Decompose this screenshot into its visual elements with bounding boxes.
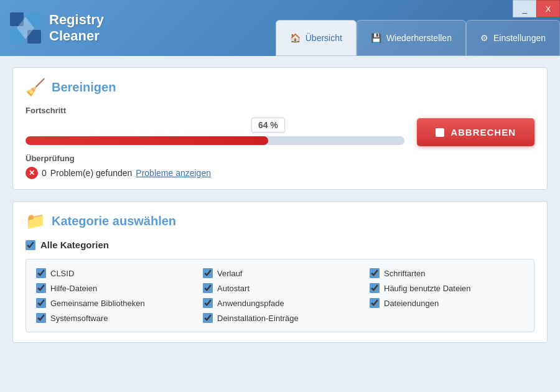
stop-icon	[436, 128, 444, 137]
progress-percent: 64 %	[251, 118, 285, 133]
label-anwendung: Anwendungspfade	[217, 299, 284, 308]
checkbox-dateiendungen[interactable]	[203, 268, 213, 278]
problems-text: Problem(e) gefunden	[50, 168, 133, 178]
label-haeufig: Häufig benutzte Dateien	[384, 284, 470, 293]
kategorie-title: Kategorie auswählen	[52, 214, 176, 228]
abort-button[interactable]: ABBRECHEN	[417, 118, 534, 146]
cat-item-deinstallation: Deinstallation-Einträge	[203, 313, 357, 323]
label-hilfe: Hilfe-Dateien	[50, 284, 97, 293]
checkbox-haeufig[interactable]	[370, 283, 380, 293]
checkbox-deinstallation[interactable]	[203, 313, 213, 323]
cat-item-autostart: Dateiendungen	[370, 298, 524, 308]
kategorie-header: 📁 Kategorie auswählen	[26, 212, 534, 231]
checkbox-hilfe[interactable]	[36, 283, 46, 293]
checkbox-gemeinsam[interactable]	[36, 298, 46, 308]
cat-item-haeufig: Häufig benutzte Dateien	[370, 283, 524, 293]
cat-item-schriftarten: Schriftarten	[370, 268, 524, 278]
window-controls: _ X	[513, 0, 560, 17]
logo-area: Registry Cleaner	[9, 12, 104, 45]
cat-item-hilfe: Hilfe-Dateien	[36, 283, 190, 293]
all-categories-row: Alle Kategorien	[26, 240, 534, 250]
main-content: 🧹 Bereinigen Fortschritt 64 % Überprüfun…	[0, 56, 560, 392]
app-title: Registry Cleaner	[49, 12, 104, 45]
uberpruefung-row: Überprüfung ✕ 0 Problem(e) gefunden Prob…	[26, 154, 404, 179]
settings-icon: ⚙	[480, 33, 488, 43]
problems-count: 0	[42, 168, 47, 178]
cat-item-systemsoftware: Systemsoftware	[36, 313, 190, 323]
title-bar: Registry Cleaner 🏠 Übersicht 💾 Wiederher…	[0, 0, 560, 56]
checkbox-schriftarten[interactable]	[370, 268, 380, 278]
tab-ubersicht[interactable]: 🏠 Übersicht	[276, 20, 357, 56]
label-deinstallation: Deinstallation-Einträge	[217, 314, 299, 323]
progress-label: Fortschritt	[26, 106, 404, 115]
cat-item-anwendung: Anwendungspfade	[203, 298, 357, 308]
bereinigen-section: 🧹 Bereinigen Fortschritt 64 % Überprüfun…	[12, 67, 548, 190]
minimize-button[interactable]: _	[513, 0, 536, 17]
label-schriftarten: Schriftarten	[384, 269, 425, 278]
close-button[interactable]: X	[536, 0, 560, 17]
problems-link[interactable]: Probleme anzeigen	[136, 168, 211, 178]
tab-einstellungen[interactable]: ⚙ Einstellungen	[466, 20, 560, 56]
cat-item-gemeinsam: Gemeinsame Bibliotheken	[36, 298, 190, 308]
all-categories-checkbox[interactable]	[26, 240, 35, 250]
checkbox-group: Alle Kategorien CLSID Verlauf Schriftart…	[26, 240, 534, 332]
progress-track	[26, 136, 404, 145]
label-systemsoftware: Systemsoftware	[50, 314, 108, 323]
bereinigen-title: Bereinigen	[52, 80, 116, 95]
home-icon: 🏠	[290, 33, 301, 43]
x-error-icon: ✕	[26, 167, 38, 179]
all-categories-label: Alle Kategorien	[40, 240, 109, 250]
tab-wiederherstellen[interactable]: 💾 Wiederherstellen	[357, 20, 466, 56]
bereinigen-header: 🧹 Bereinigen	[26, 78, 534, 97]
checkbox-systemsoftware[interactable]	[36, 313, 46, 323]
checkbox-autostart[interactable]	[370, 298, 380, 308]
checkbox-anwendung[interactable]	[203, 298, 213, 308]
problems-found-row: ✕ 0 Problem(e) gefunden Probleme anzeige…	[26, 167, 211, 179]
cat-item-verlauf: Autostart	[203, 283, 357, 293]
label-gemeinsam: Gemeinsame Bibliotheken	[50, 299, 145, 308]
progress-fill	[26, 136, 268, 145]
app-logo-icon	[9, 12, 42, 44]
categories-grid: CLSID Verlauf Schriftarten Hilfe-Dateien	[26, 259, 534, 332]
cat-item-dateiendungen: Verlauf	[203, 268, 357, 278]
checkbox-clsid[interactable]	[36, 268, 46, 278]
label-clsid: CLSID	[50, 269, 74, 278]
kategorie-section: 📁 Kategorie auswählen Alle Kategorien CL…	[12, 201, 548, 343]
checkbox-verlauf[interactable]	[203, 283, 213, 293]
label-verlauf: Autostart	[217, 284, 250, 293]
folder-icon: 📁	[26, 212, 45, 231]
progress-container: 64 %	[26, 136, 404, 145]
broom-icon: 🧹	[26, 78, 45, 97]
label-dateiendungen: Verlauf	[217, 269, 242, 278]
label-autostart: Dateiendungen	[384, 299, 439, 308]
uberpruefung-label: Überprüfung	[26, 154, 211, 163]
cat-item-clsid: CLSID	[36, 268, 190, 278]
restore-icon: 💾	[371, 33, 381, 43]
